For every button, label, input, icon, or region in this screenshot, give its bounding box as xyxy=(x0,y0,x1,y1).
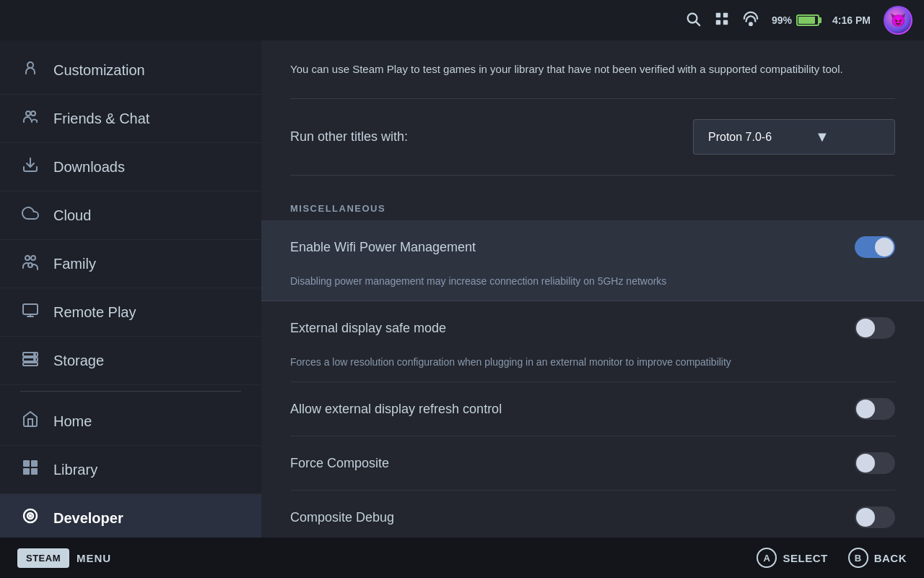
setting-label-ext-display-safe: External display safe mode xyxy=(290,321,446,336)
dropdown-arrow-icon: ▼ xyxy=(815,129,829,145)
sidebar-item-remote-play-label: Remote Play xyxy=(53,304,136,321)
sidebar-item-family[interactable]: Family xyxy=(0,240,261,288)
setting-row-ext-display-refresh: Allow external display refresh control xyxy=(290,382,895,436)
battery-percentage: 99% xyxy=(772,14,792,26)
sidebar-item-storage[interactable]: Storage xyxy=(0,337,261,385)
home-icon xyxy=(20,410,40,432)
setting-row-force-composite: Force Composite xyxy=(290,436,895,491)
a-button[interactable]: A xyxy=(757,548,777,568)
svg-rect-3 xyxy=(723,12,728,17)
setting-main-composite-debug: Composite Debug xyxy=(290,491,895,538)
toggle-wifi-power[interactable] xyxy=(855,236,895,258)
svg-line-1 xyxy=(696,22,699,25)
svg-point-8 xyxy=(26,111,30,116)
dropdown-selected-value: Proton 7.0-6 xyxy=(708,131,772,144)
sidebar-item-developer[interactable]: Developer xyxy=(0,494,261,538)
back-label: BACK xyxy=(874,552,907,564)
sidebar-item-home-label: Home xyxy=(53,413,92,430)
sidebar-item-home[interactable]: Home xyxy=(0,397,261,446)
svg-point-11 xyxy=(25,256,30,260)
select-label: SELECT xyxy=(783,552,827,564)
section-title-miscellaneous: MISCELLANEOUS xyxy=(290,203,385,214)
back-action: B BACK xyxy=(848,548,907,568)
svg-point-6 xyxy=(749,22,752,25)
battery-status: 99% xyxy=(772,14,819,26)
svg-point-20 xyxy=(34,354,35,355)
battery-fill xyxy=(798,17,815,24)
b-button[interactable]: B xyxy=(848,548,868,568)
proton-version-dropdown[interactable]: Proton 7.0-6 ▼ xyxy=(693,119,895,155)
sidebar-item-cloud[interactable]: Cloud xyxy=(0,191,261,240)
svg-rect-4 xyxy=(716,20,720,24)
time-display: 4:16 PM xyxy=(832,14,871,26)
sidebar-item-customization-label: Customization xyxy=(53,62,145,79)
customization-icon xyxy=(20,59,40,81)
sidebar-item-storage-label: Storage xyxy=(53,353,104,369)
toggle-composite-debug[interactable] xyxy=(855,506,895,528)
main-content: You can use Steam Play to test games in … xyxy=(261,40,924,538)
setting-main-ext-display-safe: External display safe mode xyxy=(290,301,895,355)
toggle-knob-force-composite xyxy=(856,454,875,473)
toggle-knob-ext-display-safe xyxy=(856,319,875,337)
svg-rect-14 xyxy=(23,304,38,314)
system-icons: 99% 4:16 PM 😈 xyxy=(685,6,912,35)
svg-point-28 xyxy=(30,515,31,517)
sidebar-item-remote-play[interactable]: Remote Play xyxy=(0,288,261,337)
developer-icon xyxy=(20,507,40,529)
setting-row-composite-debug: Composite Debug xyxy=(290,491,895,538)
toggle-ext-display-refresh[interactable] xyxy=(855,398,895,420)
setting-main-wifi-power: Enable Wifi Power Management xyxy=(290,220,895,274)
top-bar: 99% 4:16 PM 😈 xyxy=(0,0,924,40)
svg-point-9 xyxy=(31,111,35,116)
apps-icon[interactable] xyxy=(714,11,730,30)
toggle-knob-wifi-power xyxy=(875,238,894,256)
svg-point-21 xyxy=(34,359,35,361)
avatar[interactable]: 😈 xyxy=(884,6,912,35)
sidebar-item-downloads-label: Downloads xyxy=(53,159,125,176)
select-action: A SELECT xyxy=(757,548,827,568)
downloads-icon xyxy=(20,156,40,178)
avatar-image: 😈 xyxy=(885,7,911,33)
setting-row-wifi-power: Enable Wifi Power Management Disabling p… xyxy=(261,220,924,301)
sidebar-item-cloud-label: Cloud xyxy=(53,207,91,224)
steam-play-description: You can use Steam Play to test games in … xyxy=(290,61,895,99)
setting-main-ext-display-refresh: Allow external display refresh control xyxy=(290,382,895,436)
setting-label-composite-debug: Composite Debug xyxy=(290,510,394,525)
remote-play-icon xyxy=(20,301,40,323)
setting-row-ext-display-safe: External display safe mode Forces a low … xyxy=(290,301,895,382)
sidebar-item-downloads[interactable]: Downloads xyxy=(0,143,261,191)
family-icon xyxy=(20,253,40,275)
sidebar-item-friends-label: Friends & Chat xyxy=(53,111,149,127)
battery-icon xyxy=(796,14,819,26)
svg-rect-22 xyxy=(23,460,30,467)
setting-label-force-composite: Force Composite xyxy=(290,456,389,471)
sidebar-item-library[interactable]: Library xyxy=(0,446,261,494)
miscellaneous-section: MISCELLANEOUS Enable Wifi Power Manageme… xyxy=(290,202,895,538)
svg-rect-24 xyxy=(23,468,30,475)
toggle-ext-display-safe[interactable] xyxy=(855,317,895,339)
setting-label-wifi-power: Enable Wifi Power Management xyxy=(290,240,476,255)
friends-icon xyxy=(20,108,40,129)
broadcast-icon[interactable] xyxy=(743,11,759,30)
bottom-actions: A SELECT B BACK xyxy=(757,548,907,568)
svg-rect-23 xyxy=(31,460,38,467)
toggle-knob-ext-display-refresh xyxy=(856,400,875,418)
svg-rect-19 xyxy=(23,363,38,366)
storage-icon xyxy=(20,350,40,371)
search-icon[interactable] xyxy=(685,11,701,30)
sidebar-item-friends-chat[interactable]: Friends & Chat xyxy=(0,95,261,143)
sidebar-item-developer-label: Developer xyxy=(53,510,123,527)
svg-point-7 xyxy=(27,62,33,68)
sidebar-divider xyxy=(20,391,241,392)
run-titles-label: Run other titles with: xyxy=(290,129,408,144)
toggle-force-composite[interactable] xyxy=(855,452,895,474)
sidebar-item-customization[interactable]: Customization xyxy=(0,46,261,95)
library-icon xyxy=(20,459,40,480)
steam-button[interactable]: STEAM xyxy=(17,548,69,568)
setting-main-force-composite: Force Composite xyxy=(290,436,895,490)
bottom-bar: STEAM MENU A SELECT B BACK xyxy=(0,538,924,578)
svg-rect-5 xyxy=(723,20,728,24)
sidebar: Customization Friends & Chat Downloads xyxy=(0,40,261,538)
sidebar-item-family-label: Family xyxy=(53,256,96,272)
setting-desc-ext-display-safe: Forces a low resolution configuration wh… xyxy=(290,355,895,381)
